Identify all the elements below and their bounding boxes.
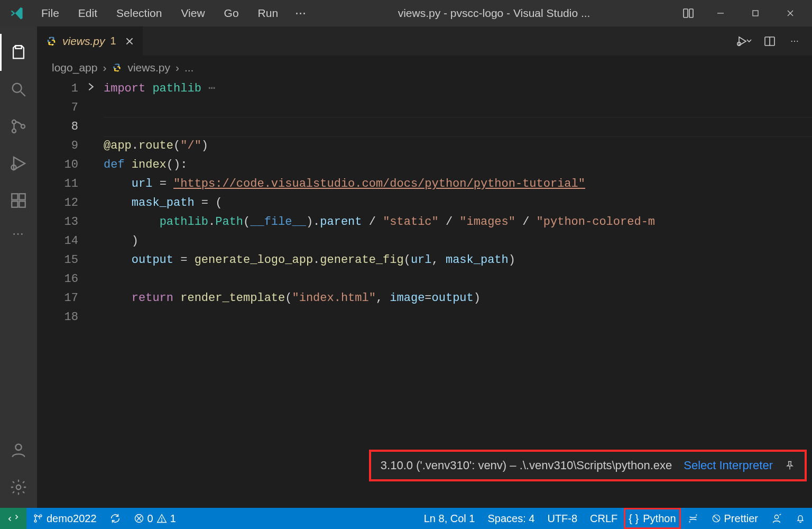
close-tab-icon[interactable] [122,37,134,46]
remote-indicator[interactable] [0,508,26,529]
breadcrumb-file[interactable]: views.py [127,61,170,74]
code-editor[interactable]: 1789101112131415161718 import pathlib ⋯@… [37,79,812,508]
code-line[interactable]: ) [104,232,812,251]
eol-item[interactable]: CRLF [584,508,624,529]
search-icon[interactable] [0,71,37,108]
explorer-icon[interactable] [0,34,37,71]
line-number: 10 [37,156,78,175]
svg-rect-3 [753,11,758,16]
maximize-button[interactable] [738,0,773,26]
chevron-right-icon: › [103,61,106,74]
line-number: 16 [37,270,78,289]
menu-view[interactable]: View [171,4,214,23]
svg-point-33 [696,514,697,515]
svg-point-25 [34,515,36,517]
breadcrumb[interactable]: logo_app › views.py › ... [37,56,812,79]
minimize-button[interactable] [703,0,738,26]
code-line[interactable]: import pathlib ⋯ [104,79,812,98]
prettier-label: Prettier [724,513,758,525]
source-control-icon[interactable] [0,108,37,145]
code-line[interactable]: @app.route("/") [104,136,812,156]
extensions-icon[interactable] [0,182,37,219]
line-number-gutter: 1789101112131415161718 [37,79,84,508]
run-debug-icon[interactable] [0,145,37,182]
menu-file[interactable]: File [32,4,69,23]
close-button[interactable] [773,0,808,26]
svg-point-6 [13,84,22,93]
code-line[interactable]: mask_path = ( [104,194,812,213]
svg-point-19 [52,44,53,45]
cursor-position[interactable]: Ln 8, Col 1 [418,508,482,529]
title-bar: File Edit Selection View Go Run ⋯ views.… [0,0,812,26]
overflow-icon[interactable]: ⋯ [0,219,37,249]
indentation-item[interactable]: Spaces: 4 [481,508,541,529]
fold-chevron-icon[interactable] [86,81,96,92]
line-number: 15 [37,251,78,270]
interpreter-path-text: 3.10.0 ('.venv310': venv) – .\.venv310\S… [381,456,672,475]
language-mode-highlighted[interactable]: { } Python [624,508,680,529]
code-line[interactable] [104,117,812,136]
select-interpreter-link[interactable]: Select Interpreter [684,456,773,475]
pin-icon[interactable] [785,460,795,471]
breadcrumb-symbol[interactable]: ... [184,61,194,74]
tab-views-py[interactable]: views.py 1 [37,26,143,56]
menu-edit[interactable]: Edit [69,4,107,23]
notifications-bell-icon[interactable] [789,508,812,529]
menu-overflow[interactable]: ⋯ [288,4,315,23]
svg-line-36 [714,516,718,521]
errors-count: 0 [147,513,153,525]
split-editor-icon[interactable] [760,32,779,51]
status-bar: demo2022 0 1 Ln 8, Col 1 Spaces: 4 UTF-8… [0,508,812,529]
sync-item[interactable] [103,508,127,529]
menu-selection[interactable]: Selection [107,4,171,23]
tab-filename: views.py [62,35,105,48]
line-number: 14 [37,232,78,251]
editor-more-icon[interactable]: ⋯ [786,32,805,51]
language-mode: Python [643,513,676,525]
svg-point-10 [21,124,25,128]
python-file-icon [112,62,122,73]
code-line[interactable] [104,98,812,117]
code-line[interactable]: return render_template("index.html", ima… [104,289,812,308]
prettier-item[interactable]: Prettier [705,508,764,529]
problems-item[interactable]: 0 1 [127,508,182,529]
svg-point-16 [15,444,21,450]
menu-go[interactable]: Go [215,4,248,23]
feedback-item[interactable] [764,508,789,529]
line-number: 9 [37,136,78,156]
python-file-icon [45,35,57,47]
code-line[interactable]: url = "https://code.visualstudio.com/doc… [104,175,812,194]
code-line[interactable]: output = generate_logo_app.generate_fig(… [104,251,812,270]
menu-run[interactable]: Run [248,4,288,23]
line-number: 11 [37,175,78,194]
branch-name: demo2022 [47,513,97,525]
line-number: 1 [37,79,78,98]
code-line[interactable] [104,270,812,289]
svg-point-26 [34,520,36,522]
vscode-logo-icon [8,4,26,22]
window-title: views.py - pvscc-logo - Visual Studio ..… [315,7,673,20]
svg-rect-0 [684,9,688,17]
svg-rect-12 [12,194,17,199]
line-number: 18 [37,308,78,327]
encoding-item[interactable]: UTF-8 [541,508,584,529]
svg-point-17 [16,485,21,490]
accounts-icon[interactable] [0,434,37,471]
customize-layout-icon[interactable] [673,0,703,26]
editor-area: views.py 1 ⋯ logo_app › [37,26,812,508]
warnings-count: 1 [170,513,176,525]
code-line[interactable]: pathlib.Path(__file__).parent / "static"… [104,213,812,232]
code-line[interactable] [104,308,812,327]
code-line[interactable]: def index(): [104,156,812,175]
svg-rect-14 [19,201,25,207]
window-controls [703,0,808,26]
bracket-pair-icon: { } [629,513,639,525]
svg-rect-13 [12,201,17,207]
git-branch-item[interactable]: demo2022 [26,508,103,529]
settings-gear-icon[interactable] [0,471,37,508]
breadcrumb-folder[interactable]: logo_app [52,61,97,74]
jupyter-item[interactable] [681,508,705,529]
svg-point-37 [774,515,778,519]
svg-point-32 [161,521,162,521]
run-python-file-icon[interactable] [735,32,754,51]
